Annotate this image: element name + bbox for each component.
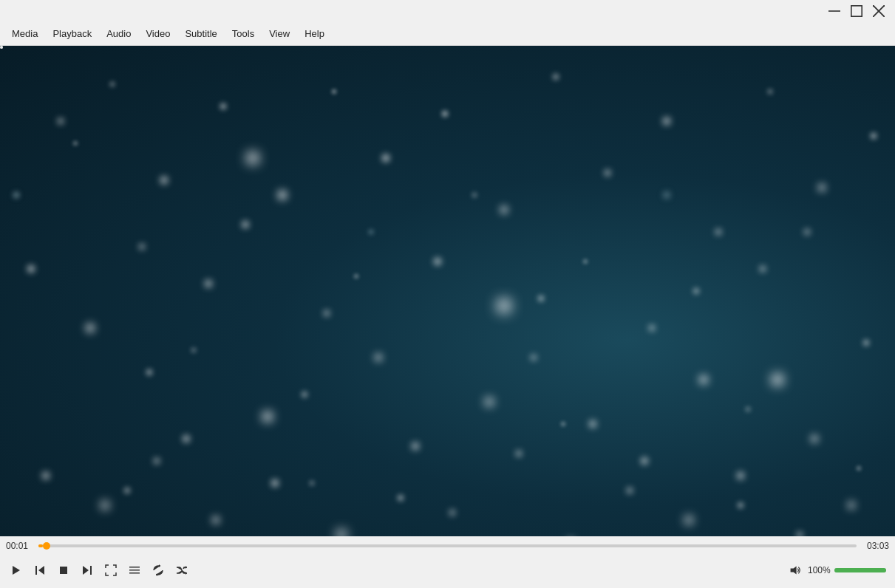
stop-button[interactable] [53, 560, 74, 581]
maximize-button[interactable] [846, 3, 867, 19]
svg-rect-12 [129, 572, 140, 574]
svg-rect-0 [828, 10, 840, 12]
volume-button[interactable] [786, 561, 805, 580]
close-button[interactable] [868, 3, 889, 19]
playback-controls: 100% [0, 553, 895, 588]
skip-back-button[interactable] [30, 560, 50, 581]
current-time: 00:01 [6, 541, 33, 551]
menu-tools[interactable]: Tools [225, 25, 262, 42]
menu-subtitle[interactable]: Subtitle [177, 25, 224, 42]
svg-rect-1 [851, 6, 862, 16]
svg-marker-4 [13, 566, 20, 575]
seek-bar-thumb[interactable] [43, 542, 50, 550]
menu-video[interactable]: Video [138, 25, 177, 42]
extended-settings-button[interactable] [124, 560, 145, 581]
video-frame [0, 46, 895, 536]
title-bar-controls [824, 3, 889, 19]
menu-playback[interactable]: Playback [45, 25, 99, 42]
skip-forward-button[interactable] [77, 560, 98, 581]
menu-media[interactable]: Media [4, 25, 45, 42]
svg-marker-13 [791, 566, 797, 574]
menu-audio[interactable]: Audio [99, 25, 138, 42]
seek-bar[interactable] [38, 544, 857, 547]
volume-bar-fill [834, 568, 886, 572]
fullscreen-button[interactable] [101, 560, 121, 581]
loop-button[interactable] [148, 560, 169, 581]
shuffle-button[interactable] [171, 560, 192, 581]
volume-bar[interactable] [834, 568, 886, 572]
svg-rect-10 [129, 567, 140, 568]
play-button[interactable] [6, 560, 27, 581]
minimize-button[interactable] [824, 3, 845, 19]
video-area[interactable] [0, 46, 895, 536]
menu-view[interactable]: View [262, 25, 297, 42]
volume-area: 100% [786, 561, 889, 580]
menu-bar: Media Playback Audio Video Subtitle Tool… [0, 22, 895, 46]
menu-help[interactable]: Help [297, 25, 332, 42]
svg-rect-7 [60, 567, 67, 574]
snow-particles [0, 46, 895, 536]
volume-label: 100% [808, 565, 831, 575]
svg-marker-9 [83, 566, 89, 575]
svg-rect-5 [35, 566, 37, 575]
controls-area: 00:01 03:03 [0, 536, 895, 588]
svg-rect-11 [129, 570, 140, 571]
svg-rect-8 [90, 566, 92, 575]
total-time: 03:03 [862, 541, 889, 551]
svg-marker-6 [38, 566, 44, 575]
seek-bar-container: 00:01 03:03 [0, 536, 895, 553]
title-bar [0, 0, 895, 22]
